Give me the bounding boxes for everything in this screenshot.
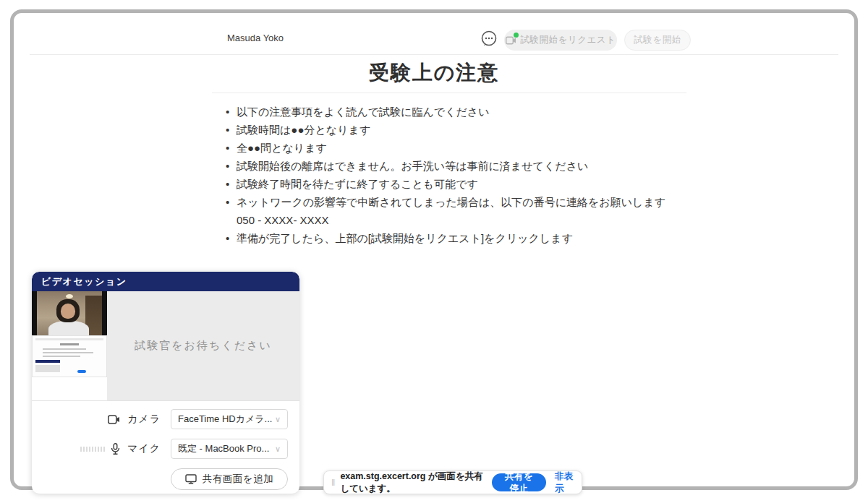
bullet-dot: • bbox=[226, 121, 237, 139]
screen-share-notification-bar: ‖ exam.stg.excert.org が画面を共有しています。 共有を停止… bbox=[323, 470, 582, 494]
title-divider bbox=[212, 93, 686, 93]
topbar-divider bbox=[30, 54, 838, 55]
webcam-room bbox=[37, 291, 102, 335]
start-exam-button[interactable]: 試験を開始 bbox=[624, 30, 691, 51]
notice-item: • 試験時間は●●分となります bbox=[226, 121, 689, 139]
online-status-dot bbox=[514, 33, 519, 38]
mic-select[interactable]: 既定 - MacBook Pro... ∨ bbox=[171, 439, 288, 459]
notice-item: • 全●●問となります bbox=[226, 139, 689, 157]
exam-page: Masuda Yoko 試験開始をリクエスト 試験を開始 bbox=[0, 0, 868, 503]
screen-share-preview bbox=[32, 335, 107, 377]
notice-item-text: 試験開始後の離席はできません。お手洗い等は事前に済ませてください bbox=[237, 157, 588, 175]
page-title: 受験上の注意 bbox=[14, 59, 854, 87]
media-previews-column bbox=[32, 291, 107, 400]
add-shared-screen-button[interactable]: 共有画面を追加 bbox=[171, 468, 288, 490]
camera-row: カメラ FaceTime HDカメラ... ∨ bbox=[32, 409, 288, 429]
notice-item: • 試験開始後の離席はできません。お手洗い等は事前に済ませてください bbox=[226, 157, 689, 175]
camera-label: カメラ bbox=[127, 413, 161, 426]
bullet-dot: • bbox=[226, 193, 237, 211]
webcam-preview bbox=[32, 291, 107, 335]
notice-item-text: 準備が完了したら、上部の[試験開始をリクエスト]をクリックします bbox=[237, 229, 573, 247]
video-camera-icon bbox=[506, 36, 516, 45]
monitor-icon bbox=[185, 474, 197, 484]
camera-select-value: FaceTime HDカメラ... bbox=[178, 413, 272, 426]
proctor-waiting-text: 試験官をお待ちください bbox=[135, 339, 271, 353]
video-session-media: 試験官をお待ちください bbox=[32, 291, 299, 400]
notice-item: • 以下の注意事項をよく読んで試験に臨んでください bbox=[226, 103, 689, 121]
notice-item: • ネットワークの影響等で中断されてしまった場合は、以下の番号に連絡をお願いしま… bbox=[226, 193, 689, 211]
notice-item-text: 以下の注意事項をよく読んで試験に臨んでください bbox=[237, 103, 490, 121]
bullet-dot: • bbox=[226, 157, 237, 175]
bullet-dot: • bbox=[226, 103, 237, 121]
drag-handle-icon[interactable]: ‖ bbox=[331, 477, 334, 488]
notice-item: • 050 - XXXX- XXXX bbox=[226, 211, 689, 229]
mic-row: マイク 既定 - MacBook Pro... ∨ bbox=[32, 439, 288, 459]
chat-button[interactable] bbox=[480, 29, 498, 48]
notice-item-text: 全●●問となります bbox=[237, 139, 327, 157]
add-shared-screen-label: 共有画面を追加 bbox=[203, 473, 273, 486]
audio-level-meter bbox=[80, 447, 106, 452]
device-controls: カメラ FaceTime HDカメラ... ∨ マイク bbox=[32, 401, 299, 490]
notice-item-text: 試験終了時間を待たずに終了することも可能です bbox=[237, 175, 478, 193]
screen-share-message: exam.stg.excert.org が画面を共有しています。 bbox=[340, 470, 482, 495]
start-exam-label: 試験を開始 bbox=[634, 34, 681, 46]
chevron-down-icon: ∨ bbox=[275, 444, 281, 454]
chevron-down-icon: ∨ bbox=[275, 415, 281, 424]
camera-icon bbox=[108, 415, 120, 424]
bullet-dot: • bbox=[226, 229, 237, 247]
notice-list: • 以下の注意事項をよく読んで試験に臨んでください • 試験時間は●●分となりま… bbox=[226, 103, 689, 247]
notice-item-text: ネットワークの影響等で中断されてしまった場合は、以下の番号に連絡をお願いします bbox=[237, 193, 665, 211]
stop-sharing-button[interactable]: 共有を停止 bbox=[492, 473, 546, 491]
proctor-wait-area: 試験官をお待ちください bbox=[107, 291, 299, 400]
camera-select[interactable]: FaceTime HDカメラ... ∨ bbox=[171, 409, 288, 429]
request-exam-start-label: 試験開始をリクエスト bbox=[521, 34, 616, 46]
notice-item: • 試験終了時間を待たずに終了することも可能です bbox=[226, 175, 689, 193]
bullet-dot: • bbox=[226, 175, 237, 193]
request-exam-start-button[interactable]: 試験開始をリクエスト bbox=[504, 30, 617, 51]
hide-notification-link[interactable]: 非表示 bbox=[555, 470, 574, 495]
mic-select-value: 既定 - MacBook Pro... bbox=[178, 442, 269, 455]
notice-item-text: 試験時間は●●分となります bbox=[237, 121, 370, 139]
mic-label: マイク bbox=[127, 442, 161, 455]
window-frame: Masuda Yoko 試験開始をリクエスト 試験を開始 bbox=[10, 9, 858, 490]
video-session-header: ビデオセッション bbox=[32, 272, 299, 291]
chat-ellipsis-icon bbox=[480, 30, 498, 47]
user-name: Masuda Yoko bbox=[227, 33, 284, 43]
share-row: 共有画面を追加 bbox=[32, 468, 288, 490]
bullet-dot: • bbox=[226, 139, 237, 157]
video-session-panel: ビデオセッション bbox=[32, 272, 299, 494]
microphone-icon bbox=[111, 443, 120, 455]
notice-item: • 準備が完了したら、上部の[試験開始をリクエスト]をクリックします bbox=[226, 229, 689, 247]
notice-item-text: 050 - XXXX- XXXX bbox=[237, 211, 329, 229]
